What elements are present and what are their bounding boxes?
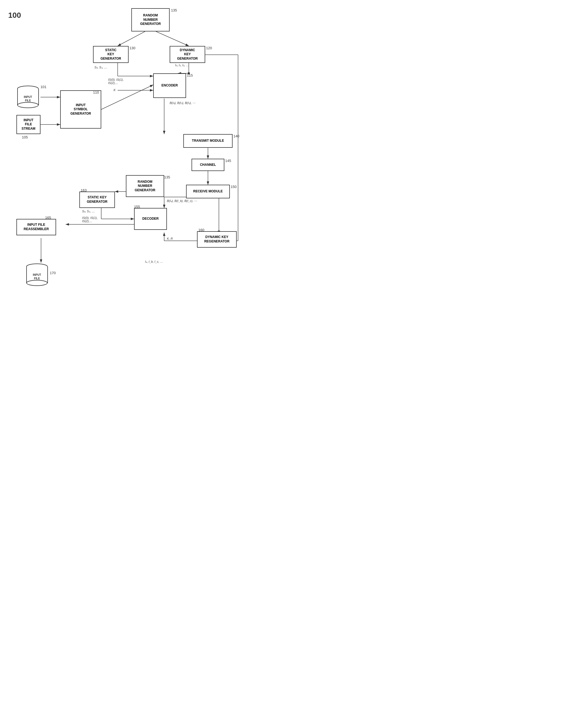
ref-135-top: 135 — [171, 8, 177, 12]
static-key-generator-top: STATIC KEY GENERATOR — [93, 46, 129, 63]
decoder: DECODER — [134, 208, 167, 230]
svg-line-3 — [156, 31, 189, 46]
channel: CHANNEL — [191, 159, 224, 171]
ref-150: 150 — [231, 185, 237, 189]
ref-165: 165 — [45, 216, 51, 220]
svg-text:FILE: FILE — [25, 99, 31, 102]
svg-text:FILE: FILE — [34, 277, 40, 280]
ref-140: 140 — [233, 134, 239, 138]
signal-is-bot: IS(0), IS(1),IS(2),... — [82, 216, 98, 223]
svg-point-33 — [18, 102, 38, 108]
ref-110: 110 — [93, 90, 99, 94]
receive-module: RECEIVE MODULE — [186, 185, 230, 198]
signal-is-top: IS(0), IS(1),IS(2),... — [108, 78, 124, 85]
svg-text:INPUT: INPUT — [33, 273, 41, 276]
signal-s0s1-bot: S₀, S₁, .... — [82, 210, 95, 213]
signal-k-r: K, R — [167, 237, 173, 240]
signal-i0i1i2-top: I₀, I₁, I₂, … — [175, 63, 189, 67]
ref-101: 101 — [41, 85, 46, 89]
svg-line-11 — [101, 85, 153, 109]
random-number-generator-bot: RANDOM NUMBER GENERATOR — [126, 175, 164, 197]
signal-ia-ib-ic: Iₐ, I_b, I_c, … — [145, 260, 163, 263]
dynamic-key-generator: DYNAMIC KEY GENERATOR — [170, 46, 205, 63]
ref-130: 130 — [129, 46, 135, 50]
signal-s0s1-top: S₀, S₁, .... — [94, 66, 107, 69]
input-file-reassembler: INPUT FILE REASSEMBLER — [16, 219, 56, 235]
ref-120: 120 — [206, 46, 212, 50]
ref-115: 115 — [187, 73, 193, 78]
input-file-bottom: INPUT FILE — [25, 263, 49, 287]
diagram: 100 — [0, 0, 274, 334]
static-key-generator-bot: STATIC KEY GENERATOR — [79, 192, 115, 208]
svg-text:INPUT: INPUT — [24, 96, 32, 99]
encoder: ENCODER — [153, 73, 186, 98]
input-file-top: INPUT FILE — [16, 85, 40, 109]
ref-170: 170 — [50, 271, 56, 275]
signal-b-abc: B(Iₐ), B(I_b), B(I_c), ⋯ — [167, 199, 197, 203]
signal-b-i: B(I₀), B(I₁), B(I₂), ⋯ — [170, 101, 196, 105]
ref-105: 105 — [22, 135, 28, 139]
signal-k-top: K — [113, 88, 115, 92]
transmit-module: TRANSMIT MODULE — [183, 134, 233, 148]
svg-line-2 — [118, 31, 145, 46]
ref-135-bot: 135 — [164, 175, 170, 179]
diagram-title: 100 — [8, 11, 21, 20]
ref-155: 155 — [134, 205, 140, 209]
input-symbol-generator: INPUT SYMBOL GENERATOR — [60, 90, 101, 129]
input-file-stream: INPUT FILE STREAM — [16, 115, 41, 134]
svg-point-40 — [26, 280, 47, 286]
random-number-generator-top: RANDOM NUMBER GENERATOR — [131, 8, 170, 31]
ref-163: 163 — [81, 188, 87, 192]
ref-160: 160 — [198, 228, 204, 232]
ref-145: 145 — [225, 159, 231, 163]
dynamic-key-regenerator: DYNAMIC KEY REGENERATOR — [197, 231, 237, 248]
